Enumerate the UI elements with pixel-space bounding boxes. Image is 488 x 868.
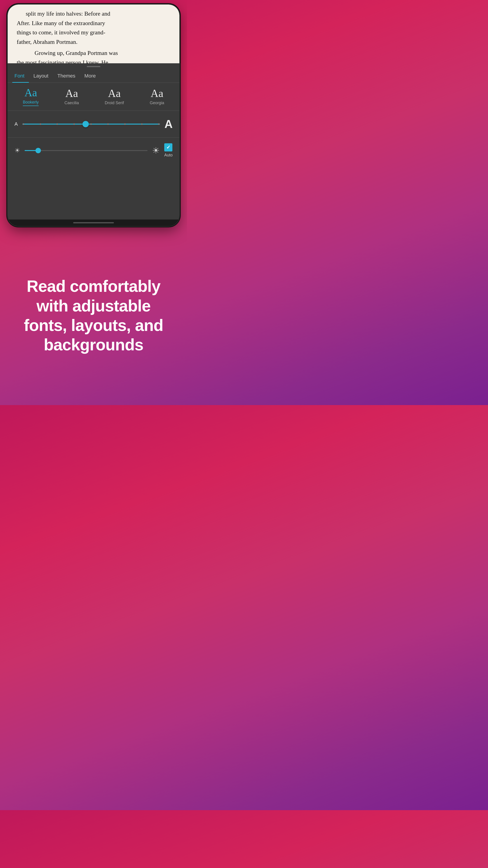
checkmark-icon: ✓: [166, 145, 170, 150]
slider-dot: [124, 123, 126, 125]
slider-dot: [40, 123, 41, 125]
font-size-large-label: A: [164, 118, 173, 131]
font-option-droid-serif[interactable]: Aa Droid Serif: [105, 88, 124, 105]
tab-themes[interactable]: Themes: [53, 69, 80, 83]
font-options: Aa Bookerly Aa Caecilia Aa Droid Serif A…: [8, 83, 180, 111]
auto-brightness-checkbox[interactable]: ✓ Auto: [164, 143, 173, 158]
font-name-caecilia: Caecilia: [64, 101, 79, 105]
font-option-caecilia[interactable]: Aa Caecilia: [64, 88, 79, 105]
book-text-line5: Growing up, Grandpa Portman was: [17, 49, 170, 58]
font-size-slider[interactable]: [22, 123, 160, 125]
slider-dot: [141, 123, 142, 125]
font-option-georgia[interactable]: Aa Georgia: [150, 88, 164, 105]
settings-panel: Font Layout Themes More Aa Bookerly: [8, 69, 180, 219]
checkbox-indicator: ✓: [164, 143, 172, 151]
font-size-control: A A: [8, 111, 180, 138]
marketing-headline: Read comfortably with adjustable fonts, …: [13, 276, 173, 355]
slider-dot: [158, 123, 160, 125]
home-bar: [8, 219, 180, 226]
font-preview-bookerly: Aa: [24, 87, 37, 98]
phone-frame: split my life into halves: Before and Af…: [8, 4, 180, 226]
slider-dot: [107, 123, 109, 125]
font-name-droid-serif: Droid Serif: [105, 101, 124, 105]
book-text-line3: things to come, it involved my grand-: [17, 28, 170, 37]
brightness-control: ✓ Auto: [8, 138, 180, 163]
font-name-bookerly: Bookerly: [23, 100, 39, 105]
slider-dot: [23, 123, 24, 125]
brightness-slider-thumb[interactable]: [35, 148, 41, 153]
book-text-line2: After. Like many of the extraordinary: [17, 19, 170, 28]
marketing-section: Read comfortably with adjustable fonts, …: [0, 226, 187, 405]
sheet-handle: [8, 63, 180, 69]
book-text-line6: the most fascinating person I knew. He: [17, 58, 170, 63]
brightness-slider[interactable]: [25, 150, 148, 151]
auto-brightness-label: Auto: [164, 153, 173, 158]
book-text-line4: father, Abraham Portman.: [17, 37, 170, 47]
slider-dots: [22, 123, 160, 125]
brightness-icon-small: [14, 147, 20, 154]
book-content: split my life into halves: Before and Af…: [8, 4, 180, 63]
font-preview-georgia: Aa: [151, 88, 163, 99]
slider-dot: [57, 123, 58, 125]
font-size-small-label: A: [14, 121, 18, 127]
font-preview-droid-serif: Aa: [108, 88, 121, 99]
brightness-track: [25, 150, 148, 151]
slider-dot: [73, 123, 75, 125]
font-preview-caecilia: Aa: [65, 88, 78, 99]
font-option-bookerly[interactable]: Aa Bookerly: [23, 87, 39, 106]
tabs-container: Font Layout Themes More: [8, 69, 180, 83]
font-name-georgia: Georgia: [150, 101, 164, 105]
handle-bar: [87, 66, 100, 67]
tab-layout[interactable]: Layout: [29, 69, 53, 83]
font-size-slider-thumb[interactable]: [83, 121, 89, 127]
book-text-line1: split my life into halves: Before and: [17, 9, 170, 19]
tab-more[interactable]: More: [80, 69, 100, 83]
brightness-icon-large: [152, 146, 160, 156]
tab-font[interactable]: Font: [12, 69, 29, 83]
slider-dot: [90, 123, 92, 125]
home-indicator: [73, 222, 114, 223]
